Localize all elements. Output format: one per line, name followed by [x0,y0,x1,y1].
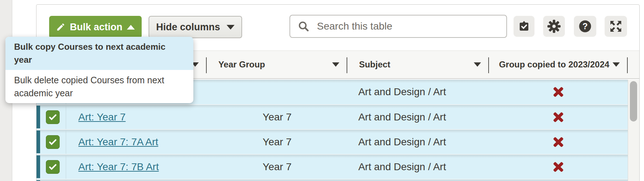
row-select-cell [37,105,66,129]
row-select-cell [37,155,66,179]
not-copied-icon [552,160,565,173]
course-link[interactable]: Art: Year 7: 7A Art [78,136,158,148]
bulk-action-menu: Bulk copy Courses to next academic year … [5,37,193,103]
search-input[interactable] [317,21,499,32]
course-name-cell: Art: Year 7: 7B Art [66,155,207,179]
table-row[interactable] [37,179,628,181]
not-copied-icon [552,85,565,98]
table-row[interactable]: Art: Year 7: 7A Art Year 7 Art and Desig… [37,129,628,154]
column-header-year-group-label: Year Group [218,59,265,70]
bulk-action-button[interactable]: Bulk action [49,16,142,38]
table-row[interactable]: Art: Year 7 Year 7 Art and Design / Art [37,104,628,129]
subject-cell [347,180,489,181]
row-select-cell [37,130,66,154]
subject-cell: Art and Design / Art [347,105,489,129]
row-select-cell [37,180,66,181]
year-group-cell: Year 7 [207,130,347,154]
column-filter-icon[interactable] [613,62,620,67]
year-group-cell: Year 7 [207,155,347,179]
column-header-year-group[interactable]: Year Group [207,51,347,78]
checkbox-tasks-icon [518,20,531,33]
hide-columns-button[interactable]: Hide columns [149,16,242,38]
group-copied-cell [489,105,628,129]
subject-cell: Art and Design / Art [347,155,489,179]
gear-icon [547,19,561,33]
question-mark-icon: ? [578,19,592,33]
bulk-action-label: Bulk action [70,22,123,33]
column-filter-icon[interactable] [474,62,481,67]
row-checkbox-checked[interactable] [46,135,60,149]
course-link[interactable]: Art: Year 7 [78,111,126,123]
group-copied-cell [489,80,628,104]
chevron-up-icon [127,25,135,30]
svg-text:?: ? [583,21,588,31]
column-header-subject-label: Subject [359,59,390,70]
pencil-icon [56,22,65,32]
search-icon [297,20,310,32]
row-checkbox-checked[interactable] [46,160,60,174]
course-link[interactable]: Art: Year 7: 7B Art [78,161,159,173]
settings-button[interactable] [543,16,565,37]
table-row[interactable]: Art: Year 7: 7B Art Year 7 Art and Desig… [37,154,628,179]
column-header-group-copied[interactable]: Group copied to 2023/2024 [489,51,628,78]
year-group-cell: Year 7 [207,105,347,129]
chevron-down-icon [227,25,235,30]
expand-arrows-icon [609,20,622,33]
course-name-cell: Art: Year 7 [66,105,207,129]
menu-item-bulk-delete[interactable]: Bulk delete copied Courses from next aca… [5,70,193,103]
menu-item-bulk-copy[interactable]: Bulk copy Courses to next academic year [5,37,193,70]
column-filter-icon[interactable] [332,62,339,67]
year-group-cell [207,180,347,181]
column-header-filler [628,51,639,78]
course-name-cell: Art: Year 7: 7A Art [66,130,207,154]
page: Bulk action Hide columns ? [0,0,644,181]
group-copied-cell [489,130,628,154]
table-search [289,15,507,38]
not-copied-icon [552,136,565,149]
group-copied-cell [489,180,628,181]
course-name-cell [66,180,207,181]
subject-cell: Art and Design / Art [347,130,489,154]
scrollbar-thumb[interactable] [630,81,637,122]
bulk-select-button[interactable] [514,16,534,37]
hide-columns-label: Hide columns [156,22,220,33]
column-header-group-copied-label: Group copied to 2023/2024 [499,59,609,70]
fullscreen-button[interactable] [605,16,627,37]
year-group-cell [207,80,347,104]
group-copied-cell [489,155,628,179]
column-header-subject[interactable]: Subject [347,51,489,78]
subject-cell: Art and Design / Art [347,80,489,104]
row-checkbox-checked[interactable] [46,110,60,124]
not-copied-icon [552,111,565,124]
help-button[interactable]: ? [574,16,596,37]
